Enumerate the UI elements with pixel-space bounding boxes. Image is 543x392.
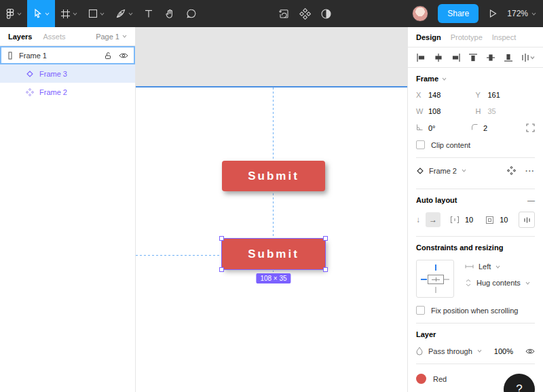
align-vertical-center-icon[interactable] <box>486 53 495 62</box>
figma-app: Share 172% Layers Assets Page 1 Frame 1 <box>0 0 543 392</box>
vertical-resizing-dropdown[interactable]: Hug contents <box>465 279 530 287</box>
zoom-level-value: 172% <box>507 9 528 18</box>
layers-panel: Layers Assets Page 1 Frame 1 <box>0 27 136 392</box>
blend-mode-dropdown[interactable]: Pass through <box>428 347 482 355</box>
layer-row-frame-1[interactable]: Frame 1 <box>0 46 135 64</box>
constraint-left-tick[interactable] <box>421 279 427 280</box>
align-left-icon[interactable] <box>416 53 426 62</box>
rotation-value: 0° <box>428 124 436 132</box>
selection-handle[interactable] <box>219 267 224 272</box>
horizontal-constraint-dropdown[interactable]: Left <box>465 262 530 271</box>
horizontal-alignment-guide <box>136 255 222 256</box>
width-field[interactable]: W 108 <box>416 107 476 115</box>
corner-radius-field[interactable]: 2 <box>471 123 526 132</box>
move-cursor-icon <box>33 8 43 19</box>
layer-visibility-eye-icon[interactable] <box>525 348 535 355</box>
shape-tool-button[interactable] <box>83 0 110 27</box>
submit-button-label: Submit <box>248 248 299 261</box>
distribute-menu-icon[interactable] <box>521 53 535 62</box>
mask-button[interactable] <box>320 0 332 27</box>
selection-handle[interactable] <box>219 236 224 241</box>
main-menu-button[interactable] <box>0 0 27 27</box>
hand-tool-icon <box>164 8 175 19</box>
selection-handle[interactable] <box>323 236 328 241</box>
h-label: H <box>476 107 483 115</box>
constraint-bottom-tick[interactable] <box>435 287 436 293</box>
hand-tool-button[interactable] <box>159 0 181 27</box>
align-horizontal-center-icon[interactable] <box>434 53 443 62</box>
align-bottom-icon[interactable] <box>504 53 513 62</box>
more-options-icon[interactable]: ··· <box>525 167 535 175</box>
clip-content-label: Clip content <box>431 141 470 149</box>
move-tool-button[interactable] <box>27 0 55 27</box>
constraints-widget[interactable] <box>416 260 454 298</box>
frame-section-title: Frame <box>416 75 438 83</box>
chevron-down-icon <box>525 281 530 285</box>
selection-handle[interactable] <box>323 267 328 272</box>
lock-open-icon[interactable] <box>104 52 112 60</box>
tab-prototype[interactable]: Prototype <box>451 33 483 41</box>
frame-tool-button[interactable] <box>55 0 83 27</box>
help-question-mark: ? <box>516 383 522 392</box>
create-component-button[interactable] <box>299 0 311 27</box>
canvas[interactable]: Submit Submit 108 × 35 <box>136 27 407 392</box>
submit-button-instance-selected[interactable]: Submit <box>222 239 325 269</box>
layer-name: Frame 1 <box>19 52 47 60</box>
chevron-down-icon <box>531 12 536 16</box>
remove-auto-layout-button[interactable]: — <box>527 196 535 204</box>
alignment-toolbar <box>408 47 543 68</box>
share-button[interactable]: Share <box>438 4 479 23</box>
tab-design[interactable]: Design <box>416 33 441 41</box>
constraint-right-tick[interactable] <box>443 279 449 280</box>
component-swap-icon[interactable] <box>507 166 516 175</box>
layout-horizontal-icon[interactable]: → <box>426 212 441 227</box>
constraint-top-tick[interactable] <box>435 264 436 271</box>
height-field[interactable]: H 35 <box>476 107 536 115</box>
instance-diamond-icon <box>26 70 34 78</box>
pen-tool-button[interactable] <box>110 0 138 27</box>
alignment-settings-button[interactable] <box>519 212 535 228</box>
text-tool-button[interactable] <box>138 0 159 27</box>
tab-layers[interactable]: Layers <box>8 33 32 41</box>
component-name: Frame 2 <box>429 167 457 175</box>
layer-row-frame-2[interactable]: Frame 2 <box>0 83 135 101</box>
frame-section: Frame X 148 Y 161 W 108 H <box>408 68 543 158</box>
top-toolbar: Share 172% <box>0 0 543 27</box>
comment-tool-button[interactable] <box>181 0 202 27</box>
padding-value[interactable]: 10 <box>500 216 508 224</box>
figma-logo-icon <box>5 8 15 19</box>
rotation-field[interactable]: 0° <box>416 123 471 132</box>
page-selector[interactable]: Page 1 <box>96 33 127 41</box>
layers-panel-header: Layers Assets Page 1 <box>0 27 135 46</box>
user-avatar[interactable] <box>412 5 428 22</box>
zoom-level-control[interactable]: 172% <box>507 9 536 18</box>
layer-row-frame-3[interactable]: Frame 3 <box>0 64 135 83</box>
frame-section-header[interactable]: Frame <box>416 75 535 83</box>
submit-button-component[interactable]: Submit <box>222 161 325 191</box>
layout-vertical-icon[interactable]: ↓ <box>416 215 420 224</box>
y-position-field[interactable]: Y 161 <box>476 91 536 99</box>
opacity-field[interactable]: 100% <box>494 347 513 355</box>
tab-assets[interactable]: Assets <box>43 33 65 41</box>
red-color-swatch[interactable] <box>416 374 426 384</box>
independent-corners-button[interactable] <box>526 123 535 132</box>
fix-position-checkbox[interactable]: Fix position when scrolling <box>416 306 535 315</box>
corner-radius-icon <box>471 123 478 132</box>
align-top-icon[interactable] <box>468 53 478 62</box>
checkbox-unchecked <box>416 306 425 315</box>
chevron-down-icon <box>17 12 22 16</box>
rotation-icon <box>416 123 423 132</box>
reset-instance-button[interactable] <box>278 0 290 27</box>
x-position-field[interactable]: X 148 <box>416 91 476 99</box>
horizontal-constraint-value: Left <box>479 262 491 271</box>
chevron-down-icon <box>45 12 50 16</box>
component-icon <box>26 88 34 96</box>
item-spacing-value[interactable]: 10 <box>465 216 473 224</box>
tab-inspect[interactable]: Inspect <box>492 33 516 41</box>
visibility-eye-icon[interactable] <box>119 52 128 59</box>
rectangle-tool-icon <box>88 9 98 18</box>
align-right-icon[interactable] <box>451 53 461 62</box>
present-button[interactable] <box>488 9 498 18</box>
component-instance-row[interactable]: Frame 2 ··· <box>408 158 543 175</box>
clip-content-checkbox[interactable]: Clip content <box>416 140 535 149</box>
